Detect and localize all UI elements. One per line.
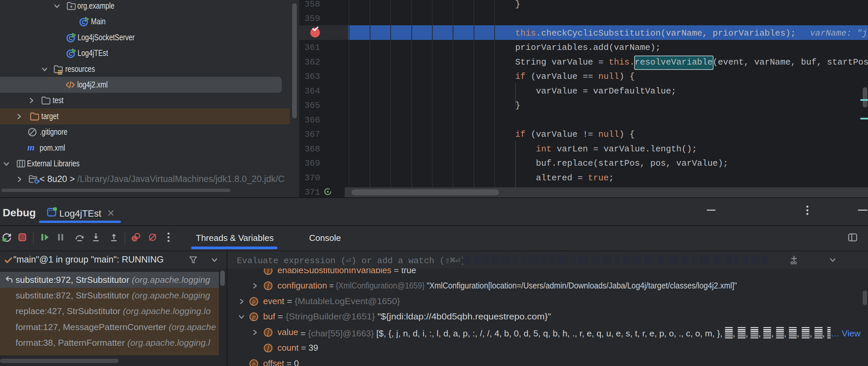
svg-text:p: p — [251, 313, 255, 320]
svg-text:p: p — [251, 360, 255, 366]
svg-text:p: p — [251, 298, 255, 305]
